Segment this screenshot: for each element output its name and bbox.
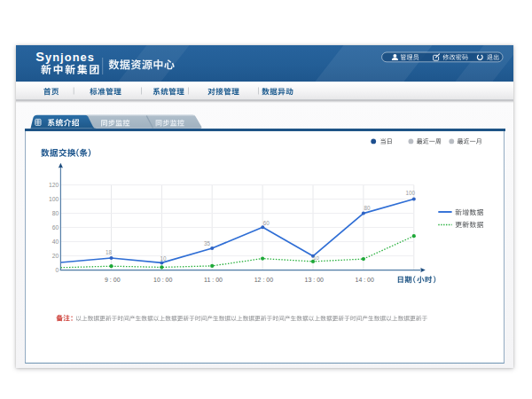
svg-text:10: 10 — [313, 255, 319, 261]
svg-text:10: 10 — [160, 255, 167, 262]
svg-text:13 : 00: 13 : 00 — [305, 277, 325, 283]
svg-text:12 : 00: 12 : 00 — [254, 277, 274, 283]
svg-text:60: 60 — [52, 224, 59, 231]
svg-text:20: 20 — [52, 253, 59, 259]
svg-text:35: 35 — [204, 240, 211, 246]
svg-text:120: 120 — [49, 182, 59, 188]
svg-text:100: 100 — [49, 196, 59, 202]
svg-text:10 : 00: 10 : 00 — [153, 277, 173, 283]
svg-text:11 : 00: 11 : 00 — [204, 277, 223, 283]
svg-text:14 : 00: 14 : 00 — [355, 277, 374, 283]
svg-text:18: 18 — [106, 249, 113, 255]
svg-text:0: 0 — [56, 267, 59, 273]
svg-text:80: 80 — [364, 205, 371, 211]
svg-text:9 : 00: 9 : 00 — [105, 277, 121, 283]
svg-text:40: 40 — [52, 239, 59, 245]
svg-text:100: 100 — [405, 190, 415, 196]
svg-text:80: 80 — [52, 210, 59, 216]
svg-text:Synjones: Synjones — [35, 50, 95, 64]
svg-text:60: 60 — [263, 220, 270, 226]
